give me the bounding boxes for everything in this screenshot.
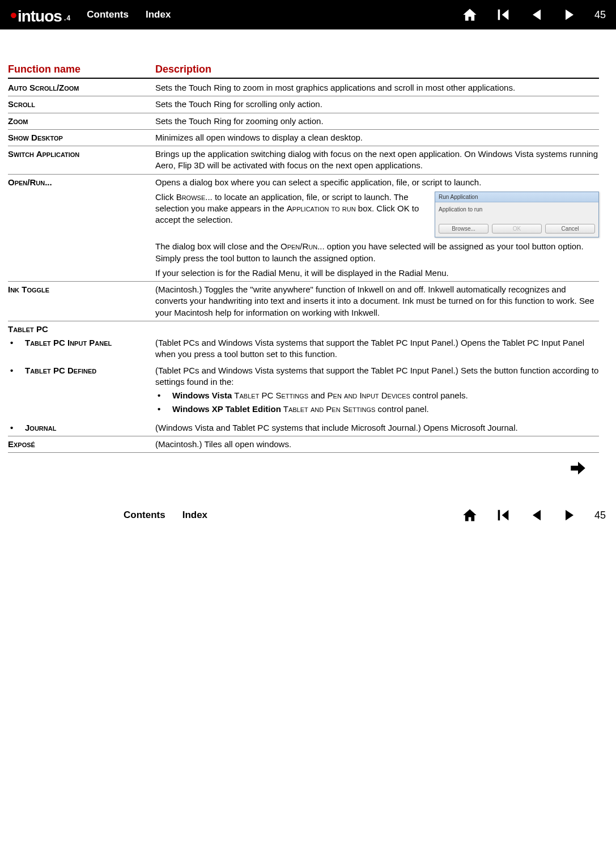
table-header: Function name Description xyxy=(8,63,599,79)
table-row: Auto Scroll/Zoom Sets the Touch Ring to … xyxy=(8,80,599,96)
func-desc: Sets the Touch Ring for scrolling only a… xyxy=(155,99,599,110)
sub-func-name: Journal xyxy=(25,422,56,434)
func-desc: Sets the Touch Ring for zooming only act… xyxy=(155,116,599,127)
table-row: • Journal (Windows Vista and Tablet PC s… xyxy=(8,420,599,436)
logo: • intuos . 4 xyxy=(10,4,70,26)
vista-bullet: Windows Vista Tablet PC Settings and Pen… xyxy=(172,390,599,401)
topbar: • intuos . 4 Contents Index 45 xyxy=(0,0,616,29)
func-name: Ink Toggle xyxy=(8,284,155,319)
index-link[interactable]: Index xyxy=(146,9,171,20)
open-run-browse-text: Click Browse... to locate an application… xyxy=(155,192,428,226)
page-number-top: 45 xyxy=(594,9,606,21)
dialog-label: Application to run xyxy=(439,206,595,214)
func-desc: Sets the Touch Ring to zoom in most grap… xyxy=(155,82,599,94)
logo-dot: • xyxy=(10,4,18,26)
header-function-name: Function name xyxy=(8,63,155,75)
func-desc: Opens a dialog box where you can select … xyxy=(155,177,599,279)
bullet-icon: • xyxy=(8,365,25,376)
table-row: Show Desktop Minimizes all open windows … xyxy=(8,130,599,146)
first-page-icon[interactable] xyxy=(495,507,512,523)
bullet-icon: • xyxy=(8,337,25,349)
table-row: • Tablet PC Input Panel (Tablet PCs and … xyxy=(8,335,599,363)
first-page-icon[interactable] xyxy=(495,7,512,23)
table-row: Exposé (Macintosh.) Tiles all open windo… xyxy=(8,436,599,453)
logo-subtext: . 4 xyxy=(64,14,70,22)
func-desc: Brings up the application switching dial… xyxy=(155,148,599,172)
func-name: Exposé xyxy=(8,439,155,450)
continue-arrow-icon[interactable] xyxy=(568,459,588,478)
func-desc: (Tablet PCs and Windows Vista systems th… xyxy=(155,337,599,360)
bullet-icon: • xyxy=(155,404,172,415)
func-name: Zoom xyxy=(8,116,155,127)
func-desc: (Tablet PCs and Windows Vista systems th… xyxy=(155,365,599,418)
sub-func-name: Tablet PC Defined xyxy=(25,365,96,376)
cancel-button[interactable]: Cancel xyxy=(545,224,595,234)
func-name: Tablet PC xyxy=(8,324,155,335)
nav-icons xyxy=(462,7,577,23)
func-desc: (Macintosh.) Tiles all open windows. xyxy=(155,439,599,450)
prev-page-icon[interactable] xyxy=(529,7,545,23)
ok-button[interactable]: OK xyxy=(492,224,542,234)
bottombar: Contents Index 45 xyxy=(0,500,616,530)
run-application-dialog: Run Application Application to run Brows… xyxy=(435,192,599,238)
home-icon[interactable] xyxy=(462,7,478,23)
table-row: Ink Toggle (Macintosh.) Toggles the "wri… xyxy=(8,282,599,321)
page-number-bottom: 45 xyxy=(594,510,606,521)
contents-link-bottom[interactable]: Contents xyxy=(124,510,165,521)
open-run-intro: Opens a dialog box where you can select … xyxy=(155,177,599,188)
page-content: Function name Description Auto Scroll/Zo… xyxy=(0,29,616,478)
open-run-close-text: The dialog box will close and the Open/R… xyxy=(155,241,599,264)
func-name: Open/Run... xyxy=(8,177,155,279)
open-run-radial-text: If your selection is for the Radial Menu… xyxy=(155,268,599,279)
table-row: Tablet PC xyxy=(8,321,599,335)
func-desc: Minimizes all open windows to display a … xyxy=(155,132,599,143)
next-page-icon[interactable] xyxy=(562,507,577,523)
table-row: • Tablet PC Defined (Tablet PCs and Wind… xyxy=(8,363,599,420)
prev-page-icon[interactable] xyxy=(529,507,545,523)
sub-func-name: Tablet PC Input Panel xyxy=(25,337,112,349)
table-row: Switch Application Brings up the applica… xyxy=(8,146,599,175)
table-row: Scroll Sets the Touch Ring for scrolling… xyxy=(8,96,599,113)
func-name: Auto Scroll/Zoom xyxy=(8,82,155,94)
func-desc: (Windows Vista and Tablet PC systems tha… xyxy=(155,422,599,434)
dialog-titlebar: Run Application xyxy=(435,192,598,203)
table-row: Zoom Sets the Touch Ring for zooming onl… xyxy=(8,113,599,130)
logo-text: intuos xyxy=(18,7,62,26)
bullet-icon: • xyxy=(155,390,172,401)
xp-bullet: Windows XP Tablet Edition Tablet and Pen… xyxy=(172,404,599,415)
browse-button[interactable]: Browse... xyxy=(439,224,488,234)
index-link-bottom[interactable]: Index xyxy=(182,510,207,521)
func-name: Show Desktop xyxy=(8,132,155,143)
nav-icons-bottom xyxy=(462,507,577,523)
func-desc: (Macintosh.) Toggles the "write anywhere… xyxy=(155,284,599,319)
home-icon[interactable] xyxy=(462,507,478,523)
contents-link[interactable]: Contents xyxy=(87,9,129,20)
func-name: Scroll xyxy=(8,99,155,110)
next-page-icon[interactable] xyxy=(562,7,577,23)
header-description: Description xyxy=(155,63,599,75)
func-name: Switch Application xyxy=(8,148,155,172)
bullet-icon: • xyxy=(8,422,25,434)
table-row: Open/Run... Opens a dialog box where you… xyxy=(8,175,599,282)
